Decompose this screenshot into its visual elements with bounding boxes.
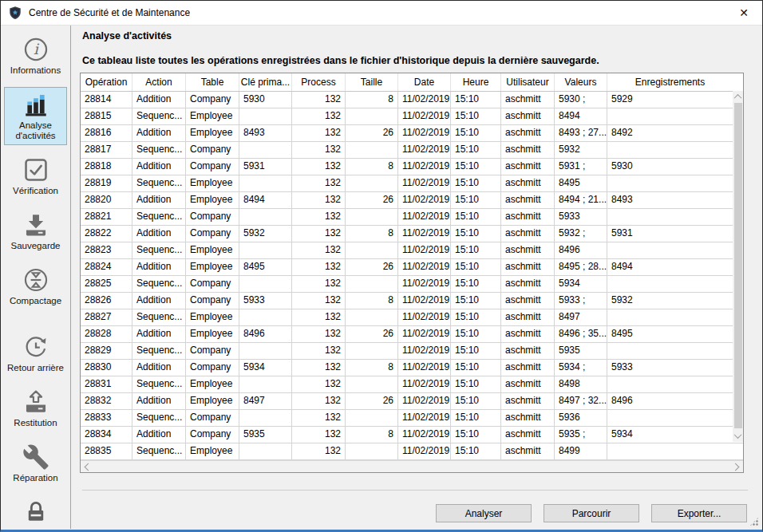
column-header-0[interactable]: Opération <box>81 73 132 91</box>
table-cell <box>239 108 292 124</box>
table-cell: 11/02/2019 <box>398 326 451 342</box>
table-cell: 15:10 <box>451 175 501 191</box>
sidebar-item-sauvegarde[interactable]: Sauvegarde <box>4 207 67 255</box>
sidebar-item-restitution[interactable]: Restitution <box>4 384 67 432</box>
table-cell: Sequenc... <box>132 410 186 426</box>
table-row[interactable]: 28820AdditionEmployee84941322611/02/2019… <box>81 192 743 209</box>
table-cell: 5933 <box>607 360 733 376</box>
table-cell: 28821 <box>81 209 132 225</box>
table-row[interactable]: 28824AdditionEmployee84951322611/02/2019… <box>81 259 743 276</box>
column-header-3[interactable]: Clé prima... <box>239 73 292 91</box>
table-row[interactable]: 28815Sequenc...Employee13211/02/201915:1… <box>81 108 743 125</box>
table-row[interactable]: 28833Sequenc...Company13211/02/201915:10… <box>81 410 743 427</box>
table-cell: 5932 <box>239 226 292 242</box>
table-row[interactable]: 28821Sequenc...Company13211/02/201915:10… <box>81 209 743 226</box>
title-bar: Centre de Sécurité et de Maintenance ✕ <box>1 1 762 26</box>
table-cell: 11/02/2019 <box>398 142 451 158</box>
table-cell: aschmitt <box>501 293 555 309</box>
table-cell: 8 <box>346 427 398 443</box>
table-cell: Addition <box>132 427 186 443</box>
sidebar-item-informations[interactable]: iInformations <box>4 32 67 80</box>
table-row[interactable]: 28814AdditionCompany5930132811/02/201915… <box>81 92 743 108</box>
table-cell: Sequenc... <box>132 343 186 359</box>
sidebar-item-reparation[interactable]: Réparation <box>4 439 67 487</box>
table-cell: 132 <box>292 259 346 275</box>
table-row[interactable]: 28827Sequenc...Employee13211/02/201915:1… <box>81 309 743 326</box>
table-cell: 5930 <box>239 92 292 108</box>
table-cell: Employee <box>186 443 239 459</box>
table-row[interactable]: 28819Sequenc...Employee13211/02/201915:1… <box>81 175 743 192</box>
table-cell <box>607 443 733 459</box>
table-cell: aschmitt <box>501 142 555 158</box>
table-row[interactable]: 28834AdditionCompany5935132811/02/201915… <box>81 427 743 443</box>
scroll-left-icon[interactable] <box>85 463 93 471</box>
table-cell <box>346 443 398 459</box>
table-row[interactable]: 28835Sequenc...Employee13211/02/201915:1… <box>81 443 743 460</box>
table-row[interactable]: 28826AdditionCompany5933132811/02/201915… <box>81 293 743 309</box>
table-cell <box>607 175 733 191</box>
table-cell: 132 <box>292 443 346 459</box>
table-cell: 15:10 <box>451 360 501 376</box>
sidebar-item-compactage[interactable]: Compactage <box>4 262 67 310</box>
sidebar-item-retour-arriere[interactable]: Retour arrière <box>4 329 67 377</box>
column-header-1[interactable]: Action <box>132 73 186 91</box>
rollback-icon <box>22 333 49 361</box>
scroll-down-icon[interactable] <box>734 431 742 439</box>
close-button[interactable]: ✕ <box>730 1 757 25</box>
scroll-up-icon[interactable] <box>734 94 742 102</box>
table-row[interactable]: 28822AdditionCompany5932132811/02/201915… <box>81 226 743 242</box>
table-cell: 15:10 <box>451 309 501 325</box>
activity-table: OpérationActionTableClé prima...ProcessT… <box>80 73 744 473</box>
analyser-button[interactable]: Analyser <box>436 504 532 522</box>
column-header-9[interactable]: Valeurs <box>555 73 607 91</box>
exporter-button[interactable]: Exporter... <box>651 504 747 522</box>
column-header-2[interactable]: Table <box>186 73 239 91</box>
table-cell: 26 <box>346 192 398 208</box>
table-cell: 28823 <box>81 242 132 258</box>
vertical-scrollbar[interactable] <box>733 91 743 442</box>
table-row[interactable]: 28829Sequenc...Company13211/02/201915:10… <box>81 343 743 360</box>
table-cell: 8493 ; 27... <box>555 125 607 141</box>
table-row[interactable]: 28818AdditionCompany5931132811/02/201915… <box>81 159 743 175</box>
table-cell <box>239 410 292 426</box>
column-header-4[interactable]: Process <box>292 73 346 91</box>
table-cell: 11/02/2019 <box>398 209 451 225</box>
table-cell: 15:10 <box>451 192 501 208</box>
scroll-thumb[interactable] <box>734 103 742 428</box>
parcourir-button[interactable]: Parcourir <box>544 504 639 522</box>
table-cell: Addition <box>132 293 186 309</box>
table-cell: 28829 <box>81 343 132 359</box>
column-header-7[interactable]: Heure <box>451 73 501 91</box>
column-header-8[interactable]: Utilisateur <box>501 73 555 91</box>
table-cell: Addition <box>132 259 186 275</box>
scroll-right-icon[interactable] <box>732 463 740 471</box>
sidebar-item-label: Vérification <box>6 186 65 196</box>
column-header-10[interactable]: Enregistrements <box>607 73 733 91</box>
table-cell: 15:10 <box>451 209 501 225</box>
horizontal-scrollbar[interactable] <box>81 460 743 472</box>
table-cell: 11/02/2019 <box>398 226 451 242</box>
table-cell: 132 <box>292 360 346 376</box>
table-cell: Employee <box>186 326 239 342</box>
table-cell: Company <box>186 410 239 426</box>
table-cell: 8494 ; 21... <box>555 192 607 208</box>
table-cell: aschmitt <box>501 393 555 409</box>
table-row[interactable]: 28823Sequenc...Employee13211/02/201915:1… <box>81 242 743 259</box>
table-row[interactable]: 28832AdditionEmployee84971322611/02/2019… <box>81 393 743 410</box>
table-row[interactable]: 28831Sequenc...Employee13211/02/201915:1… <box>81 376 743 393</box>
button-row: AnalyserParcourirExporter... <box>80 504 747 522</box>
sidebar-item-label: Chiffrement <box>6 528 65 532</box>
column-header-5[interactable]: Taille <box>346 73 398 91</box>
table-row[interactable]: 28830AdditionCompany5934132811/02/201915… <box>81 360 743 376</box>
table-cell: 11/02/2019 <box>398 360 451 376</box>
sidebar-item-analyse-activites[interactable]: Analyse d'activités <box>4 87 67 145</box>
sidebar-item-verification[interactable]: Vérification <box>4 152 67 200</box>
table-row[interactable]: 28817Sequenc...Company13211/02/201915:10… <box>81 142 743 159</box>
activity-chart-icon <box>22 91 49 118</box>
column-header-6[interactable]: Date <box>398 73 451 91</box>
sidebar-item-chiffrement[interactable]: Chiffrement <box>4 495 67 532</box>
table-row[interactable]: 28816AdditionEmployee84931322611/02/2019… <box>81 125 743 142</box>
table-row[interactable]: 28825Sequenc...Company13211/02/201915:10… <box>81 276 743 293</box>
table-row[interactable]: 28828AdditionEmployee84961322611/02/2019… <box>81 326 743 343</box>
table-cell: 132 <box>292 175 346 191</box>
